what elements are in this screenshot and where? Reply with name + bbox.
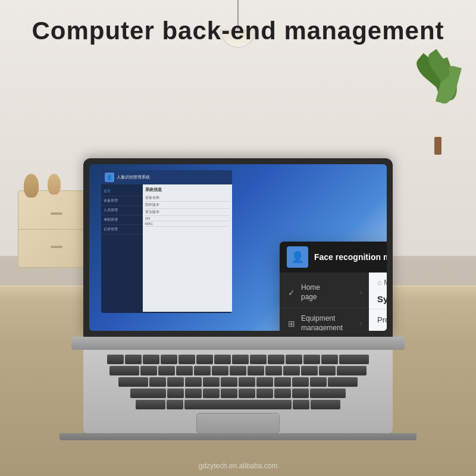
key[interactable]: [203, 389, 220, 398]
laptop-sidebar-equipment[interactable]: 设备管理: [101, 196, 143, 206]
laptop-content: 系统信息 设备名称 固件版本 算法版本 SN MAC: [143, 184, 232, 312]
vase-decoration: [24, 174, 61, 198]
key[interactable]: [221, 389, 237, 398]
watermark: gdzytech.en.alibaba.com: [199, 462, 278, 470]
laptop: 👤 人脸识别管理系统 首页 设备管理 人员管理 考勤管理 记录管理 系统信息 设…: [60, 158, 416, 440]
key[interactable]: [265, 366, 282, 375]
key[interactable]: [250, 355, 267, 364]
laptop-content-item-1: 设备名称: [145, 195, 230, 202]
key[interactable]: [167, 377, 184, 387]
key[interactable]: [176, 366, 193, 375]
key[interactable]: [214, 355, 231, 364]
keyboard-row-4: [90, 389, 386, 398]
keyboard-row-5: [90, 400, 386, 409]
popup-body: ✓ Homepage › ⊞ Equipmentmanagement › 👤 P…: [280, 273, 387, 331]
key-enter[interactable]: [337, 366, 367, 375]
key[interactable]: [256, 389, 273, 398]
laptop-content-title: 系统信息: [145, 187, 230, 193]
key-space[interactable]: [184, 400, 292, 409]
breadcrumb-label: My desktop: [384, 278, 387, 287]
key[interactable]: [292, 389, 309, 398]
key-enter2[interactable]: [328, 377, 358, 387]
touchpad[interactable]: [196, 413, 280, 434]
chevron-right-icon: ›: [360, 289, 362, 296]
key[interactable]: [321, 355, 338, 364]
laptop-ui-icon: 👤: [105, 173, 114, 182]
section-title: System information: [369, 289, 387, 309]
laptop-hinge: [71, 337, 405, 350]
breadcrumb: ⌂ My desktop: [369, 273, 387, 289]
key[interactable]: [161, 355, 177, 364]
key[interactable]: [319, 366, 336, 375]
key[interactable]: [143, 355, 159, 364]
key[interactable]: [230, 366, 246, 375]
table-row-product: Product name Face access control: [369, 309, 387, 331]
popup-header: 👤 Face recognition management system ≡: [280, 242, 387, 273]
key[interactable]: [303, 355, 320, 364]
popup-header-icon: 👤: [287, 246, 308, 268]
popup-window: 👤 Face recognition management system ≡ ✓…: [280, 242, 387, 331]
keyboard-row-3: [90, 377, 386, 387]
key[interactable]: [185, 389, 202, 398]
key[interactable]: [194, 366, 211, 375]
page-title: Computer back-end management: [0, 17, 476, 45]
laptop-content-item-2: 固件版本: [145, 202, 230, 209]
system-info-table: Product name Face access control Firmwar…: [369, 309, 387, 331]
key[interactable]: [248, 366, 264, 375]
key[interactable]: [232, 355, 249, 364]
key[interactable]: [292, 377, 309, 387]
key-shift-l[interactable]: [130, 389, 166, 398]
nav-item-equipment[interactable]: ⊞ Equipmentmanagement ›: [280, 308, 369, 331]
key[interactable]: [301, 366, 318, 375]
key-backspace[interactable]: [339, 355, 369, 364]
key[interactable]: [310, 377, 327, 387]
key-shift-r[interactable]: [310, 389, 346, 398]
nav-item-home[interactable]: ✓ Homepage ›: [280, 277, 369, 308]
key[interactable]: [239, 377, 255, 387]
key[interactable]: [283, 366, 300, 375]
key[interactable]: [178, 355, 195, 364]
laptop-ui-title: 人脸识别管理系统: [117, 174, 150, 180]
key[interactable]: [140, 366, 157, 375]
key[interactable]: [239, 389, 255, 398]
laptop-screen: 👤 人脸识别管理系统 首页 设备管理 人员管理 考勤管理 记录管理 系统信息 设…: [89, 164, 387, 331]
equipment-icon: ⊞: [287, 319, 296, 328]
product-name-label: Product name: [377, 315, 387, 324]
laptop-sidebar-attendance[interactable]: 考勤管理: [101, 215, 143, 225]
key[interactable]: [196, 355, 213, 364]
key[interactable]: [125, 355, 142, 364]
key[interactable]: [158, 366, 175, 375]
key[interactable]: [212, 366, 228, 375]
key[interactable]: [167, 389, 184, 398]
key-ctrl[interactable]: [136, 400, 165, 409]
key-ctrl-r[interactable]: [311, 400, 340, 409]
key-alt[interactable]: [167, 400, 183, 409]
key[interactable]: [149, 377, 166, 387]
laptop-content-item-5: MAC: [145, 221, 230, 227]
key-caps[interactable]: [118, 377, 148, 387]
popup-header-title: Face recognition management system: [314, 252, 387, 262]
key[interactable]: [268, 355, 284, 364]
key[interactable]: [107, 355, 124, 364]
key[interactable]: [274, 389, 291, 398]
laptop-bottom: [60, 433, 416, 440]
home-icon: ✓: [287, 288, 296, 298]
nav-label-home: Homepage: [301, 283, 320, 302]
key[interactable]: [221, 377, 237, 387]
laptop-sidebar-personnel[interactable]: 人员管理: [101, 206, 143, 215]
key-alt-r[interactable]: [293, 400, 309, 409]
laptop-sidebar: 首页 设备管理 人员管理 考勤管理 记录管理: [101, 184, 143, 312]
popup-nav: ✓ Homepage › ⊞ Equipmentmanagement › 👤 P…: [280, 273, 369, 331]
key[interactable]: [274, 377, 291, 387]
key[interactable]: [256, 377, 273, 387]
key[interactable]: [185, 377, 202, 387]
key[interactable]: [203, 377, 220, 387]
laptop-content-item-3: 算法版本: [145, 209, 230, 216]
laptop-sidebar-record[interactable]: 记录管理: [101, 225, 143, 234]
key-tab[interactable]: [109, 366, 139, 375]
laptop-sidebar-home[interactable]: 首页: [101, 187, 143, 196]
keyboard-row-2: [90, 366, 386, 375]
key[interactable]: [286, 355, 302, 364]
keyboard-rows: [90, 355, 386, 409]
plant-decoration: [416, 48, 464, 167]
